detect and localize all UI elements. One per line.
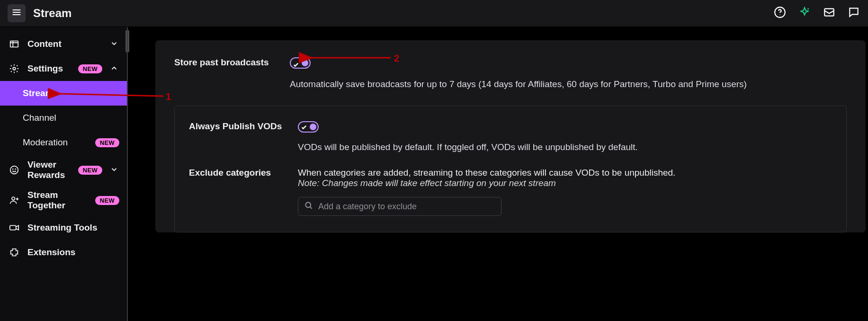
menu-toggle-button[interactable] <box>8 4 26 22</box>
svg-point-4 <box>13 67 16 70</box>
sidebar-item-content[interactable]: Content <box>0 32 128 56</box>
content-icon <box>9 38 20 50</box>
sidebar-item-label: Stream Together <box>27 190 88 211</box>
setting-description: Automatically save broadcasts for up to … <box>290 79 847 89</box>
check-icon <box>293 60 299 70</box>
sidebar-item-streaming-tools[interactable]: Streaming Tools <box>0 215 128 240</box>
setting-row-always-publish: Always Publish VODs VODs will be publish… <box>189 118 832 165</box>
svg-rect-3 <box>10 41 18 47</box>
main-content: Store past broadcasts Automatically save… <box>128 27 868 321</box>
smile-icon <box>9 164 20 176</box>
topbar: Stream <box>0 0 868 27</box>
sidebar: Content Settings NEW Stream Channel Mode… <box>0 27 128 321</box>
add-user-icon <box>9 195 20 206</box>
svg-point-5 <box>10 166 18 174</box>
camera-icon <box>9 222 20 233</box>
toggle-knob <box>302 60 308 66</box>
toggle-always-publish[interactable] <box>298 121 319 133</box>
sidebar-item-stream-together[interactable]: Stream Together NEW <box>0 185 128 215</box>
new-badge: NEW <box>78 166 102 175</box>
sidebar-item-label: Viewer Rewards <box>27 160 71 180</box>
setting-description: VODs will be published by default. If to… <box>298 142 832 152</box>
chat-button[interactable] <box>847 7 860 20</box>
sidebar-item-label: Channel <box>23 113 119 123</box>
svg-point-6 <box>13 169 13 169</box>
sidebar-subitem-moderation[interactable]: Moderation NEW <box>0 130 128 155</box>
sidebar-item-label: Stream <box>23 88 119 98</box>
setting-label: Exclude categories <box>189 168 298 216</box>
help-icon <box>774 6 786 20</box>
puzzle-icon <box>9 247 20 258</box>
chevron-down-icon <box>110 39 119 49</box>
setting-description: When categories are added, streaming to … <box>298 168 832 178</box>
new-badge: NEW <box>78 64 102 73</box>
toggle-store-past[interactable] <box>290 57 311 69</box>
body: Content Settings NEW Stream Channel Mode… <box>0 27 868 321</box>
exclude-category-input[interactable] <box>318 202 495 212</box>
scrollbar-thumb[interactable] <box>125 30 129 53</box>
sidebar-item-viewer-rewards[interactable]: Viewer Rewards NEW <box>0 155 128 185</box>
settings-panel: Store past broadcasts Automatically save… <box>155 40 866 232</box>
toggle-knob <box>310 124 316 130</box>
chevron-up-icon <box>110 64 119 73</box>
sidebar-item-label: Settings <box>27 63 71 74</box>
ai-sparkle-button[interactable] <box>798 7 811 20</box>
svg-point-1 <box>779 15 780 15</box>
sidebar-item-label: Streaming Tools <box>27 223 119 233</box>
vod-settings-panel: Always Publish VODs VODs will be publish… <box>174 106 847 232</box>
setting-label: Always Publish VODs <box>189 121 298 152</box>
setting-row-exclude: Exclude categories When categories are a… <box>189 165 832 216</box>
sidebar-item-label: Content <box>27 39 102 49</box>
sidebar-item-settings[interactable]: Settings NEW <box>0 56 128 81</box>
sidebar-item-extensions[interactable]: Extensions <box>0 240 128 265</box>
sidebar-subitem-channel[interactable]: Channel <box>0 106 128 130</box>
check-icon <box>301 124 307 132</box>
inbox-icon <box>823 6 835 20</box>
search-icon <box>304 201 313 212</box>
sidebar-item-label: Extensions <box>27 247 119 258</box>
svg-point-8 <box>12 197 15 200</box>
inbox-button[interactable] <box>823 7 836 20</box>
new-badge: NEW <box>95 138 119 147</box>
chevron-down-icon <box>110 165 119 175</box>
svg-point-10 <box>305 202 311 207</box>
svg-point-7 <box>15 169 16 169</box>
help-button[interactable] <box>773 7 787 20</box>
setting-row-store-past: Store past broadcasts Automatically save… <box>174 54 847 104</box>
svg-rect-2 <box>824 9 834 16</box>
sidebar-item-label: Moderation <box>23 137 89 148</box>
hamburger-icon <box>12 8 21 19</box>
svg-rect-9 <box>10 225 16 230</box>
gear-icon <box>9 63 20 74</box>
page-title: Stream <box>33 7 773 20</box>
new-badge: NEW <box>95 196 119 205</box>
setting-label: Store past broadcasts <box>174 57 290 89</box>
topbar-actions <box>773 7 860 20</box>
chat-icon <box>848 6 860 20</box>
sidebar-subitem-stream[interactable]: Stream <box>0 81 128 106</box>
setting-note: Note: Changes made will take effect star… <box>298 178 832 188</box>
sparkle-icon <box>798 6 811 20</box>
exclude-category-search[interactable] <box>298 197 501 216</box>
